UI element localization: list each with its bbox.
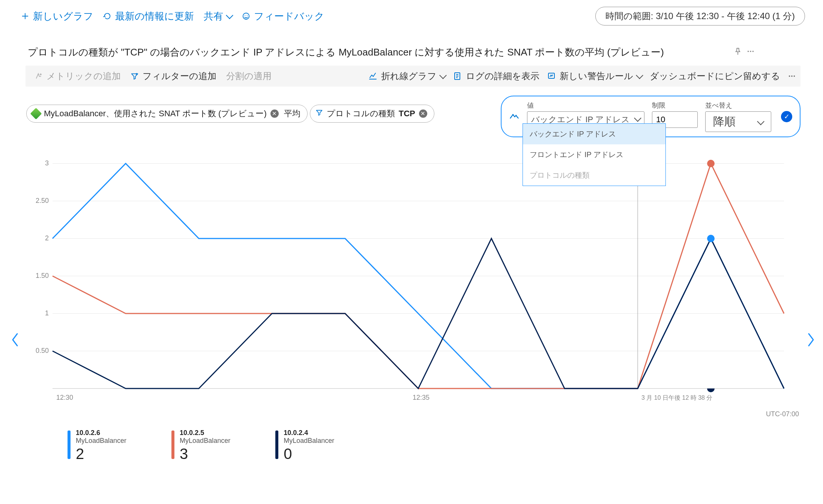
legend-entry-1[interactable]: 10.0.2.6 MyLoadBalancer 2 [68, 429, 126, 462]
sort-dropdown[interactable]: 降順 [705, 111, 771, 132]
pills-row: MyLoadBalancer、使用された SNAT ポート数 (プレビュー) ✕… [26, 96, 800, 137]
feedback-label: フィードバック [254, 10, 324, 23]
timezone-label: UTC-07:00 [766, 410, 799, 418]
limit-label: 制限 [652, 101, 698, 110]
y-tick: 3 [45, 159, 49, 167]
split-icon [509, 110, 520, 123]
legend-swatch [171, 430, 174, 459]
add-filter-label: フィルターの追加 [143, 70, 216, 82]
svg-point-1 [245, 15, 245, 16]
chart-title: プロトコルの種類が "TCP" の場合のバックエンド IP アドレスによる My… [28, 46, 664, 59]
x-tick: 12:35 [413, 394, 430, 401]
chart-type-button[interactable]: 折れ線グラフ [368, 70, 446, 82]
apply-split-label: 分割の適用 [226, 70, 272, 82]
legend-entry-3[interactable]: 10.0.2.4 MyLoadBalancer 0 [275, 429, 334, 462]
refresh-label: 最新の情報に更新 [115, 10, 194, 23]
close-icon[interactable]: ✕ [419, 110, 427, 118]
data-point-s1 [707, 235, 715, 242]
metric-pill-label: MyLoadBalancer、使用された SNAT ポート数 (プレビュー) [44, 108, 267, 119]
toolbar-more-button[interactable] [788, 72, 796, 80]
share-button[interactable]: 共有 [204, 10, 232, 23]
legend-swatch [68, 430, 71, 459]
x-tick: 12:30 [56, 394, 73, 401]
legend: 10.0.2.6 MyLoadBalancer 2 10.0.2.5 MyLoa… [68, 429, 800, 462]
svg-point-2 [247, 15, 248, 16]
data-point-s2 [707, 160, 715, 167]
add-filter-button[interactable]: フィルターの追加 [131, 70, 216, 82]
chevron-down-icon [227, 13, 232, 20]
filter-plus-icon [131, 72, 139, 80]
apply-check-button[interactable]: ✓ [781, 111, 792, 122]
sort-label: 並べ替え [705, 101, 771, 110]
svg-point-11 [512, 114, 514, 116]
split-pill: 値 バックエンド IP アドレス 制限 並べ替え 降順 ✓ バックエンド IP … [501, 96, 800, 137]
legend-name: 10.0.2.6 [76, 429, 126, 437]
feedback-button[interactable]: フィードバック [242, 10, 324, 23]
thumbtack-icon[interactable] [734, 46, 742, 58]
y-tick: 1.50 [36, 272, 49, 279]
chevron-down-icon [758, 116, 763, 128]
apply-split-button[interactable]: 分割の適用 [226, 70, 272, 82]
logs-icon [453, 72, 462, 81]
new-alert-label: 新しい警告ルール [560, 70, 633, 82]
refresh-icon [103, 12, 111, 20]
more-icon [788, 72, 796, 80]
filter-value-label: TCP [399, 109, 415, 118]
pin-button[interactable]: ダッシュボードにピン留めする [650, 70, 780, 82]
sort-selected: 降順 [713, 114, 736, 129]
legend-name: 10.0.2.5 [180, 429, 230, 437]
dropdown-option-protocol: プロトコルの種類 [523, 165, 665, 186]
drill-logs-label: ログの詳細を表示 [466, 70, 539, 82]
time-range-label: 時間の範囲: 3/10 午後 12:30 - 午後 12:40 (1 分) [605, 11, 795, 21]
refresh-button[interactable]: 最新の情報に更新 [103, 10, 194, 23]
drill-logs-button[interactable]: ログの詳細を表示 [453, 70, 539, 82]
dropdown-option-backend[interactable]: バックエンド IP アドレス [523, 124, 665, 144]
value-dropdown-list: バックエンド IP アドレス フロントエンド IP アドレス プロトコルの種類 [523, 123, 666, 186]
chart-title-row: プロトコルの種類が "TCP" の場合のバックエンド IP アドレスによる My… [0, 30, 823, 64]
chart-type-label: 折れ線グラフ [381, 70, 437, 82]
metric-pill[interactable]: MyLoadBalancer、使用された SNAT ポート数 (プレビュー) ✕… [26, 105, 308, 123]
chevron-down-icon [637, 73, 642, 80]
value-label: 値 [527, 101, 644, 110]
chart-next-button[interactable] [806, 332, 816, 351]
add-metric-label: メトリックの追加 [47, 70, 121, 82]
filter-icon [315, 109, 323, 118]
legend-entry-2[interactable]: 10.0.2.5 MyLoadBalancer 3 [171, 429, 230, 462]
legend-swatch [275, 430, 278, 459]
legend-resource: MyLoadBalancer [76, 437, 126, 445]
legend-value: 2 [76, 446, 126, 462]
chart-toolbar: メトリックの追加 フィルターの追加 分割の適用 折れ線グラフ ログの詳細を表示 [26, 66, 800, 87]
add-metric-button[interactable]: メトリックの追加 [35, 70, 121, 82]
new-alert-button[interactable]: 新しい警告ルール [547, 70, 642, 82]
share-label: 共有 [204, 10, 223, 23]
svg-point-3 [748, 51, 749, 52]
resource-diamond-icon [30, 108, 42, 119]
svg-point-8 [789, 75, 790, 77]
dropdown-option-frontend[interactable]: フロントエンド IP アドレス [523, 144, 665, 165]
legend-resource: MyLoadBalancer [180, 437, 230, 445]
line-chart-icon [368, 72, 377, 81]
legend-name: 10.0.2.4 [284, 429, 334, 437]
close-icon[interactable]: ✕ [270, 110, 279, 118]
svg-point-9 [791, 75, 793, 77]
new-chart-label: 新しいグラフ [33, 10, 93, 23]
time-marker-label: 3 月 10 日午後 12 時 38 分 [641, 394, 712, 401]
time-range-pill[interactable]: 時間の範囲: 3/10 午後 12:30 - 午後 12:40 (1 分) [595, 7, 805, 26]
svg-point-12 [515, 115, 517, 116]
legend-value: 0 [284, 446, 334, 462]
filter-pill[interactable]: プロトコルの種類 TCP ✕ [310, 105, 434, 123]
smile-icon [242, 12, 250, 20]
chart-prev-button[interactable] [10, 332, 20, 351]
plus-icon [21, 12, 29, 20]
y-tick: 2 [45, 234, 49, 242]
svg-point-10 [794, 75, 795, 77]
chevron-down-icon [440, 73, 446, 80]
new-chart-button[interactable]: 新しいグラフ [21, 10, 93, 23]
more-icon[interactable] [746, 46, 755, 58]
pin-label: ダッシュボードにピン留めする [650, 70, 780, 82]
svg-point-0 [243, 13, 249, 20]
line-chart[interactable]: 3 2.50 2 1.50 1 0.50 12:30 12:35 3 月 10 … [26, 152, 791, 422]
topbar: 新しいグラフ 最新の情報に更新 共有 フィードバック 時間の範囲: 3/10 午… [0, 0, 823, 30]
svg-point-5 [752, 51, 754, 52]
alert-icon [547, 72, 556, 81]
